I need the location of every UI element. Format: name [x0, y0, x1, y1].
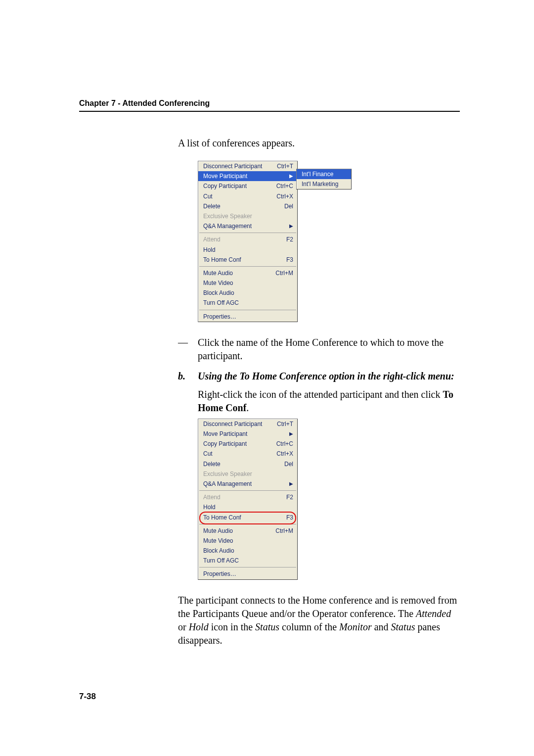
step-b-pre: Right-click the icon of the attended par…: [198, 389, 443, 400]
menu-separator: [199, 266, 296, 267]
t-i: Status: [391, 621, 415, 632]
menu-separator: [199, 233, 296, 233]
mi-cut[interactable]: CutCtrl+X: [198, 449, 297, 459]
mi-hold[interactable]: Hold: [198, 245, 297, 255]
mi-attend: AttendF2: [198, 235, 297, 244]
intro-line: A list of conferences appears.: [178, 137, 460, 150]
submenu-item-intl-finance[interactable]: Int'l Finance: [297, 169, 351, 179]
context-menu-main-2[interactable]: Disconnect ParticipantCtrl+T Move Partic…: [198, 419, 298, 580]
context-menu-1: Disconnect ParticipantCtrl+T Move Partic…: [198, 161, 298, 322]
to-home-conf-highlight: To Home ConfF3: [198, 513, 297, 522]
mi-mute-audio[interactable]: Mute AudioCtrl+M: [198, 268, 297, 278]
menu-separator: [199, 567, 296, 567]
t: or: [178, 621, 189, 632]
t: column of the: [279, 621, 339, 632]
mi-turn-off-agc[interactable]: Turn Off AGC: [198, 298, 297, 308]
mi-move-participant[interactable]: Move Participant▶: [198, 171, 297, 181]
t-i: Attended: [416, 608, 451, 619]
page-content: A list of conferences appears. Disconnec…: [178, 137, 460, 647]
chapter-header: Chapter 7 - Attended Conferencing: [79, 99, 460, 108]
submenu-arrow-icon: ▶: [289, 431, 293, 436]
mi-delete[interactable]: DeleteDel: [198, 459, 297, 469]
page: Chapter 7 - Attended Conferencing A list…: [0, 0, 534, 756]
context-menu-main[interactable]: Disconnect ParticipantCtrl+T Move Partic…: [198, 161, 298, 322]
menu-separator: [199, 310, 296, 310]
context-menu-2: Disconnect ParticipantCtrl+T Move Partic…: [198, 419, 298, 580]
page-number: 7-38: [79, 692, 96, 702]
mi-copy[interactable]: Copy ParticipantCtrl+C: [198, 439, 297, 449]
submenu-arrow-icon: ▶: [289, 224, 293, 229]
mi-hold[interactable]: Hold: [198, 502, 297, 512]
t: icon in the: [209, 621, 255, 632]
mi-block-audio[interactable]: Block Audio: [198, 546, 297, 556]
dash-bullet: —: [178, 336, 198, 363]
mi-exclusive-speaker: Exclusive Speaker: [198, 211, 297, 221]
mi-mute-video[interactable]: Mute Video: [198, 278, 297, 288]
submenu-arrow-icon: ▶: [289, 174, 293, 179]
menu-separator: [199, 490, 296, 491]
step-b-title: Using the To Home Conference option in t…: [198, 370, 460, 383]
menu-separator: [199, 524, 296, 524]
mi-properties[interactable]: Properties…: [198, 569, 297, 579]
mi-block-audio[interactable]: Block Audio: [198, 288, 297, 298]
mi-cut[interactable]: CutCtrl+X: [198, 191, 297, 201]
mi-to-home-conf[interactable]: To Home ConfF3: [198, 513, 297, 522]
mi-move-participant[interactable]: Move Participant▶: [198, 429, 297, 439]
conclusion-para: The participant connects to the Home con…: [178, 594, 460, 647]
step-b-post: .: [246, 402, 249, 413]
t: The participant connects to the Home con…: [178, 595, 457, 619]
mi-qa-management[interactable]: Q&A Management▶: [198, 221, 297, 231]
t-i: Monitor: [339, 621, 372, 632]
mi-delete[interactable]: DeleteDel: [198, 201, 297, 211]
mi-exclusive-speaker: Exclusive Speaker: [198, 469, 297, 479]
step-b-heading: b. Using the To Home Conference option i…: [178, 370, 460, 383]
mi-properties[interactable]: Properties…: [198, 312, 297, 322]
mi-disconnect[interactable]: Disconnect ParticipantCtrl+T: [198, 161, 297, 171]
submenu-item-intl-marketing[interactable]: Int'l Marketing: [297, 179, 351, 189]
t-i: Status: [255, 621, 279, 632]
t: and: [372, 621, 391, 632]
click-instruction-text: Click the name of the Home Conference to…: [198, 336, 460, 363]
mi-qa-management[interactable]: Q&A Management▶: [198, 479, 297, 489]
header-rule: [79, 111, 460, 112]
step-b-para: Right-click the icon of the attended par…: [198, 388, 460, 415]
mi-copy[interactable]: Copy ParticipantCtrl+C: [198, 181, 297, 191]
mi-to-home-conf[interactable]: To Home ConfF3: [198, 255, 297, 265]
step-b-label: b.: [178, 370, 198, 383]
t-i: Hold: [189, 621, 209, 632]
click-instruction: — Click the name of the Home Conference …: [178, 336, 460, 363]
mi-disconnect[interactable]: Disconnect ParticipantCtrl+T: [198, 419, 297, 429]
mi-attend: AttendF2: [198, 492, 297, 502]
submenu-conferences[interactable]: Int'l Finance Int'l Marketing: [296, 169, 352, 189]
mi-turn-off-agc[interactable]: Turn Off AGC: [198, 556, 297, 566]
mi-mute-audio[interactable]: Mute AudioCtrl+M: [198, 526, 297, 536]
submenu-arrow-icon: ▶: [289, 481, 293, 486]
mi-mute-video[interactable]: Mute Video: [198, 536, 297, 546]
